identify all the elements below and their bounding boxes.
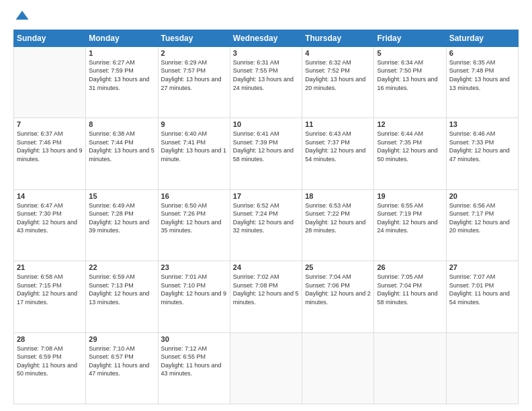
day-info: Sunrise: 7:01 AMSunset: 7:10 PMDaylight:… [161,273,227,306]
svg-marker-0 [15,11,28,19]
calendar-cell: 10Sunrise: 6:41 AMSunset: 7:39 PMDayligh… [230,118,302,189]
calendar-cell: 23Sunrise: 7:01 AMSunset: 7:10 PMDayligh… [158,261,230,332]
header [13,11,519,24]
day-number: 9 [161,120,227,128]
calendar-cell: 8Sunrise: 6:38 AMSunset: 7:44 PMDaylight… [86,118,158,189]
day-number: 14 [17,192,83,200]
day-number: 19 [377,192,443,200]
day-info: Sunrise: 6:46 AMSunset: 7:33 PMDaylight:… [449,130,515,163]
calendar-week-1: 1Sunrise: 6:27 AMSunset: 7:59 PMDaylight… [14,46,519,118]
calendar-cell: 7Sunrise: 6:37 AMSunset: 7:46 PMDaylight… [14,118,86,189]
logo [13,11,30,24]
calendar-week-4: 21Sunrise: 6:58 AMSunset: 7:15 PMDayligh… [14,261,519,332]
calendar-cell: 4Sunrise: 6:32 AMSunset: 7:52 PMDaylight… [302,46,374,118]
day-info: Sunrise: 6:43 AMSunset: 7:37 PMDaylight:… [305,130,371,163]
day-info: Sunrise: 6:52 AMSunset: 7:24 PMDaylight:… [233,201,299,235]
calendar-cell: 27Sunrise: 7:07 AMSunset: 7:01 PMDayligh… [446,261,518,332]
calendar-cell: 13Sunrise: 6:46 AMSunset: 7:33 PMDayligh… [446,118,518,189]
day-number: 6 [449,49,515,57]
day-info: Sunrise: 6:56 AMSunset: 7:17 PMDaylight:… [449,201,515,235]
day-number: 23 [161,263,227,271]
calendar-cell: 5Sunrise: 6:34 AMSunset: 7:50 PMDaylight… [374,46,446,118]
day-info: Sunrise: 6:34 AMSunset: 7:50 PMDaylight:… [377,58,443,92]
calendar-cell: 15Sunrise: 6:49 AMSunset: 7:28 PMDayligh… [86,189,158,261]
col-header-tuesday: Tuesday [158,30,230,46]
day-info: Sunrise: 6:27 AMSunset: 7:59 PMDaylight:… [89,58,154,92]
day-number: 27 [449,263,515,271]
day-info: Sunrise: 7:02 AMSunset: 7:08 PMDaylight:… [233,273,299,306]
calendar-table: SundayMondayTuesdayWednesdayThursdayFrid… [13,30,519,404]
day-info: Sunrise: 6:50 AMSunset: 7:26 PMDaylight:… [161,201,227,235]
day-info: Sunrise: 6:55 AMSunset: 7:19 PMDaylight:… [377,201,443,235]
calendar-cell: 12Sunrise: 6:44 AMSunset: 7:35 PMDayligh… [374,118,446,189]
day-number: 30 [161,335,227,343]
col-header-sunday: Sunday [14,30,86,46]
day-number: 24 [233,263,299,271]
day-info: Sunrise: 6:40 AMSunset: 7:41 PMDaylight:… [161,130,227,163]
day-number: 7 [17,120,83,128]
day-number: 10 [233,120,299,128]
calendar-cell: 2Sunrise: 6:29 AMSunset: 7:57 PMDaylight… [158,46,230,118]
day-info: Sunrise: 6:38 AMSunset: 7:44 PMDaylight:… [89,130,154,163]
calendar-cell [446,332,518,404]
calendar-cell [230,332,302,404]
day-info: Sunrise: 6:58 AMSunset: 7:15 PMDaylight:… [17,273,83,306]
col-header-monday: Monday [86,30,158,46]
calendar-cell: 6Sunrise: 6:35 AMSunset: 7:48 PMDaylight… [446,46,518,118]
day-number: 1 [89,49,154,57]
calendar-cell: 16Sunrise: 6:50 AMSunset: 7:26 PMDayligh… [158,189,230,261]
day-info: Sunrise: 7:12 AMSunset: 6:55 PMDaylight:… [161,345,227,378]
day-info: Sunrise: 6:47 AMSunset: 7:30 PMDaylight:… [17,201,83,235]
logo-icon [15,9,30,24]
day-info: Sunrise: 6:32 AMSunset: 7:52 PMDaylight:… [305,58,371,92]
calendar-cell: 21Sunrise: 6:58 AMSunset: 7:15 PMDayligh… [14,261,86,332]
calendar-cell: 14Sunrise: 6:47 AMSunset: 7:30 PMDayligh… [14,189,86,261]
calendar-cell: 24Sunrise: 7:02 AMSunset: 7:08 PMDayligh… [230,261,302,332]
day-number: 16 [161,192,227,200]
calendar-week-5: 28Sunrise: 7:08 AMSunset: 6:59 PMDayligh… [14,332,519,404]
calendar-cell: 30Sunrise: 7:12 AMSunset: 6:55 PMDayligh… [158,332,230,404]
calendar-cell: 22Sunrise: 6:59 AMSunset: 7:13 PMDayligh… [86,261,158,332]
calendar-cell: 11Sunrise: 6:43 AMSunset: 7:37 PMDayligh… [302,118,374,189]
day-number: 3 [233,49,299,57]
day-number: 21 [17,263,83,271]
day-number: 28 [17,335,83,343]
day-number: 5 [377,49,443,57]
day-info: Sunrise: 6:53 AMSunset: 7:22 PMDaylight:… [305,201,371,235]
col-header-saturday: Saturday [446,30,518,46]
day-number: 18 [305,192,371,200]
day-number: 20 [449,192,515,200]
calendar-cell: 3Sunrise: 6:31 AMSunset: 7:55 PMDaylight… [230,46,302,118]
day-info: Sunrise: 7:07 AMSunset: 7:01 PMDaylight:… [449,273,515,306]
page: SundayMondayTuesdayWednesdayThursdayFrid… [0,0,532,411]
day-info: Sunrise: 6:31 AMSunset: 7:55 PMDaylight:… [233,58,299,92]
day-number: 26 [377,263,443,271]
day-info: Sunrise: 6:29 AMSunset: 7:57 PMDaylight:… [161,58,227,92]
day-info: Sunrise: 6:41 AMSunset: 7:39 PMDaylight:… [233,130,299,163]
day-number: 4 [305,49,371,57]
calendar-cell [374,332,446,404]
day-info: Sunrise: 6:44 AMSunset: 7:35 PMDaylight:… [377,130,443,163]
day-number: 29 [89,335,154,343]
day-info: Sunrise: 6:49 AMSunset: 7:28 PMDaylight:… [89,201,154,235]
col-header-thursday: Thursday [302,30,374,46]
day-info: Sunrise: 7:05 AMSunset: 7:04 PMDaylight:… [377,273,443,306]
calendar-cell [302,332,374,404]
col-header-friday: Friday [374,30,446,46]
day-info: Sunrise: 7:10 AMSunset: 6:57 PMDaylight:… [89,345,154,378]
day-info: Sunrise: 6:37 AMSunset: 7:46 PMDaylight:… [17,130,83,163]
calendar-cell: 19Sunrise: 6:55 AMSunset: 7:19 PMDayligh… [374,189,446,261]
calendar-cell: 9Sunrise: 6:40 AMSunset: 7:41 PMDaylight… [158,118,230,189]
day-number: 2 [161,49,227,57]
calendar-cell: 17Sunrise: 6:52 AMSunset: 7:24 PMDayligh… [230,189,302,261]
calendar-cell: 26Sunrise: 7:05 AMSunset: 7:04 PMDayligh… [374,261,446,332]
calendar-cell: 25Sunrise: 7:04 AMSunset: 7:06 PMDayligh… [302,261,374,332]
calendar-week-3: 14Sunrise: 6:47 AMSunset: 7:30 PMDayligh… [14,189,519,261]
day-info: Sunrise: 7:04 AMSunset: 7:06 PMDaylight:… [305,273,371,306]
day-number: 17 [233,192,299,200]
day-number: 8 [89,120,154,128]
day-number: 22 [89,263,154,271]
day-number: 11 [305,120,371,128]
day-number: 15 [89,192,154,200]
calendar-cell: 29Sunrise: 7:10 AMSunset: 6:57 PMDayligh… [86,332,158,404]
